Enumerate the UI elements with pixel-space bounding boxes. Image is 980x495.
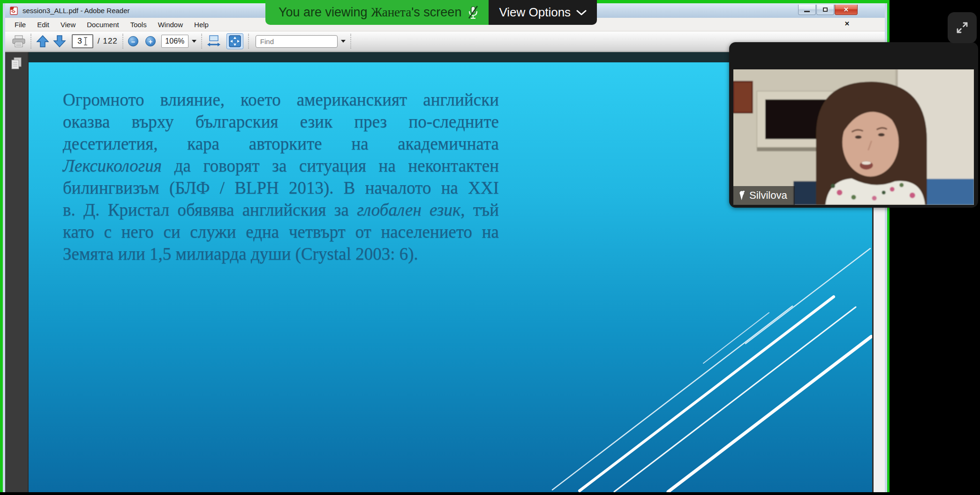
slide-text-line: Лексикология да говорят за ситуация на н… [63,155,499,177]
participant-name-tag: Silvilova [733,186,795,205]
participant-video-tile[interactable]: Silvilova [729,42,978,208]
minimize-button[interactable] [798,5,816,15]
print-button[interactable] [12,35,26,48]
pin-icon [738,190,745,201]
slide-text-line: десетилетия, кара авторките на академичн… [63,133,499,155]
menu-file[interactable]: File [15,21,26,29]
zoom-level-select[interactable]: 106% [161,35,188,48]
fit-page-button[interactable] [226,33,243,49]
banner-text: You are viewing Жанета's screen [279,5,461,20]
find-input[interactable] [260,38,331,45]
text-cursor-icon [83,37,88,46]
fit-width-icon [207,34,221,48]
chevron-down-icon [576,9,587,16]
previous-page-button[interactable] [36,35,49,48]
zoom-level-value: 106% [165,37,184,45]
minimize-icon [804,11,810,12]
desktop: session3_ALL.pdf - Adobe Reader ✕ File E… [0,0,980,495]
view-options-label: View Options [499,5,571,20]
zoom-dropdown-icon[interactable] [192,40,196,43]
pages-panel-icon[interactable] [10,57,23,71]
expand-arrows-icon [953,18,972,37]
viewing-banner: You are viewing Жанета's screen [265,0,489,25]
menubar-close-icon[interactable]: ✕ [844,20,850,27]
slide-text: Огромното влияние, което американският а… [63,89,499,265]
participant-name: Silvilova [749,189,787,202]
navigation-pane [5,52,29,492]
muted-mic-icon [467,5,479,20]
slide-text-line: Огромното влияние, което американският а… [63,89,499,111]
slide-text-line: Земята или 1,5 милиарда души (Crystal 20… [63,243,499,265]
slide-text-line: в. Д. Кристал обявява английския за глоб… [63,199,499,221]
next-page-button[interactable] [53,35,66,48]
menu-document[interactable]: Document [87,21,119,29]
menu-view[interactable]: View [60,21,75,29]
printer-icon [12,35,26,48]
window-controls: ✕ [798,5,858,15]
slide-text-line: като с него си служи една четвърт от нас… [63,221,499,243]
find-box[interactable] [256,35,338,48]
close-button[interactable]: ✕ [835,5,858,15]
page-number-input[interactable]: 3 [72,34,93,48]
expand-fullscreen-button[interactable] [948,12,977,43]
view-options-button[interactable]: View Options [489,0,597,25]
menu-edit[interactable]: Edit [37,21,49,29]
toolbar-separator [248,34,249,49]
zoom-in-button[interactable]: + [145,36,156,46]
toolbar-separator [350,34,351,49]
restore-icon [823,8,828,12]
toolbar-separator [30,34,31,49]
page-count-label: / 122 [98,37,118,46]
presenter-name: Жанета [371,5,411,19]
find-dropdown-icon[interactable] [341,40,346,43]
toolbar-separator [122,34,123,49]
pdf-file-icon [10,7,19,15]
zoom-out-button[interactable]: – [128,36,138,46]
slide-text-line: билингвизъм (БЛФ / BLPH 2013). В началот… [63,177,499,199]
window-title: session3_ALL.pdf - Adobe Reader [23,7,130,15]
menu-tools[interactable]: Tools [130,21,147,29]
fit-page-icon [228,35,241,48]
fit-width-button[interactable] [207,34,221,48]
participant-video: Silvilova [733,69,974,205]
arrow-up-icon [36,35,49,48]
toolbar-separator [201,34,202,49]
page-number-value: 3 [77,37,82,46]
close-icon: ✕ [844,7,849,13]
slide-text-line: оказва върху българския език през по-сле… [63,111,499,133]
menu-help[interactable]: Help [194,21,209,29]
screen-share-banner: You are viewing Жанета's screen View Opt… [265,0,597,25]
participant-video-frame [733,69,974,205]
restore-button[interactable] [816,5,834,15]
menu-window[interactable]: Window [158,21,183,29]
slide-decorative-lines [549,246,872,492]
arrow-down-icon [53,35,66,48]
